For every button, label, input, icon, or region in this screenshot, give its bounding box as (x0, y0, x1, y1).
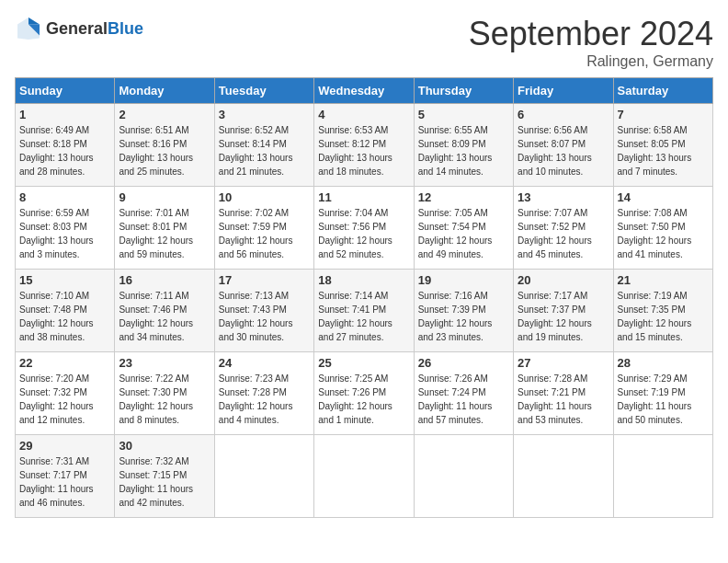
day-info: Sunrise: 6:56 AM Sunset: 8:07 PM Dayligh… (518, 123, 609, 178)
day-number: 23 (119, 356, 210, 370)
logo: GeneralBlue (15, 15, 143, 42)
day-number: 27 (518, 356, 609, 370)
day-number: 24 (219, 356, 310, 370)
day-info: Sunrise: 7:13 AM Sunset: 7:43 PM Dayligh… (219, 289, 310, 344)
logo-blue: Blue (108, 19, 143, 38)
day-number: 14 (618, 190, 709, 204)
day-info: Sunrise: 7:16 AM Sunset: 7:39 PM Dayligh… (418, 289, 509, 344)
day-info: Sunrise: 7:32 AM Sunset: 7:15 PM Dayligh… (119, 454, 210, 510)
day-number: 13 (518, 190, 609, 204)
day-number: 12 (418, 190, 509, 204)
calendar-cell (314, 435, 414, 518)
day-info: Sunrise: 6:51 AM Sunset: 8:16 PM Dayligh… (119, 123, 210, 178)
calendar-week-row: 22Sunrise: 7:20 AM Sunset: 7:32 PM Dayli… (16, 352, 713, 435)
day-info: Sunrise: 6:59 AM Sunset: 8:03 PM Dayligh… (19, 206, 110, 261)
day-number: 7 (618, 108, 709, 121)
day-info: Sunrise: 7:26 AM Sunset: 7:24 PM Dayligh… (418, 372, 509, 427)
calendar-cell: 5Sunrise: 6:55 AM Sunset: 8:09 PM Daylig… (414, 104, 513, 187)
day-number: 18 (318, 273, 409, 287)
calendar-cell: 17Sunrise: 7:13 AM Sunset: 7:43 PM Dayli… (214, 270, 313, 352)
day-number: 17 (219, 273, 310, 287)
calendar-week-row: 15Sunrise: 7:10 AM Sunset: 7:48 PM Dayli… (16, 270, 713, 352)
calendar-cell: 27Sunrise: 7:28 AM Sunset: 7:21 PM Dayli… (514, 352, 613, 435)
calendar-week-row: 29Sunrise: 7:31 AM Sunset: 7:17 PM Dayli… (16, 435, 713, 518)
day-info: Sunrise: 7:07 AM Sunset: 7:52 PM Dayligh… (518, 206, 609, 261)
day-info: Sunrise: 7:04 AM Sunset: 7:56 PM Dayligh… (318, 206, 409, 261)
day-number: 20 (518, 273, 609, 287)
day-number: 15 (19, 273, 110, 287)
day-info: Sunrise: 6:53 AM Sunset: 8:12 PM Dayligh… (318, 123, 409, 178)
day-info: Sunrise: 7:31 AM Sunset: 7:17 PM Dayligh… (19, 454, 110, 510)
title-block: September 2024 Ralingen, Germany (469, 15, 713, 70)
calendar-cell (613, 435, 712, 518)
calendar-cell: 7Sunrise: 6:58 AM Sunset: 8:05 PM Daylig… (613, 104, 712, 187)
day-number: 16 (119, 273, 210, 287)
calendar-cell: 9Sunrise: 7:01 AM Sunset: 8:01 PM Daylig… (115, 187, 214, 270)
day-number: 10 (219, 190, 310, 204)
day-info: Sunrise: 7:08 AM Sunset: 7:50 PM Dayligh… (618, 206, 709, 261)
logo-icon (15, 15, 42, 42)
calendar-cell: 23Sunrise: 7:22 AM Sunset: 7:30 PM Dayli… (115, 352, 214, 435)
calendar-week-row: 8Sunrise: 6:59 AM Sunset: 8:03 PM Daylig… (16, 187, 713, 270)
day-info: Sunrise: 7:20 AM Sunset: 7:32 PM Dayligh… (19, 372, 110, 427)
calendar-cell: 3Sunrise: 6:52 AM Sunset: 8:14 PM Daylig… (214, 104, 313, 187)
weekday-header: Wednesday (314, 78, 414, 104)
day-info: Sunrise: 7:19 AM Sunset: 7:35 PM Dayligh… (618, 289, 709, 344)
calendar: SundayMondayTuesdayWednesdayThursdayFrid… (15, 77, 713, 518)
calendar-cell: 28Sunrise: 7:29 AM Sunset: 7:19 PM Dayli… (613, 352, 712, 435)
weekday-header-row: SundayMondayTuesdayWednesdayThursdayFrid… (16, 78, 713, 104)
day-info: Sunrise: 7:25 AM Sunset: 7:26 PM Dayligh… (318, 372, 409, 427)
calendar-cell: 26Sunrise: 7:26 AM Sunset: 7:24 PM Dayli… (414, 352, 513, 435)
day-info: Sunrise: 7:11 AM Sunset: 7:46 PM Dayligh… (119, 289, 210, 344)
calendar-cell: 10Sunrise: 7:02 AM Sunset: 7:59 PM Dayli… (214, 187, 313, 270)
day-info: Sunrise: 6:55 AM Sunset: 8:09 PM Dayligh… (418, 123, 509, 178)
day-number: 21 (618, 273, 709, 287)
calendar-cell: 22Sunrise: 7:20 AM Sunset: 7:32 PM Dayli… (16, 352, 115, 435)
day-number: 11 (318, 190, 409, 204)
weekday-header: Sunday (16, 78, 115, 104)
day-number: 19 (418, 273, 509, 287)
day-number: 1 (19, 108, 110, 121)
day-info: Sunrise: 7:01 AM Sunset: 8:01 PM Dayligh… (119, 206, 210, 261)
calendar-cell: 6Sunrise: 6:56 AM Sunset: 8:07 PM Daylig… (514, 104, 613, 187)
day-number: 9 (119, 190, 210, 204)
day-info: Sunrise: 7:17 AM Sunset: 7:37 PM Dayligh… (518, 289, 609, 344)
day-number: 28 (618, 356, 709, 370)
day-info: Sunrise: 7:02 AM Sunset: 7:59 PM Dayligh… (219, 206, 310, 261)
day-info: Sunrise: 6:58 AM Sunset: 8:05 PM Dayligh… (618, 123, 709, 178)
calendar-cell: 19Sunrise: 7:16 AM Sunset: 7:39 PM Dayli… (414, 270, 513, 352)
calendar-cell: 16Sunrise: 7:11 AM Sunset: 7:46 PM Dayli… (115, 270, 214, 352)
calendar-cell: 24Sunrise: 7:23 AM Sunset: 7:28 PM Dayli… (214, 352, 313, 435)
calendar-cell: 21Sunrise: 7:19 AM Sunset: 7:35 PM Dayli… (613, 270, 712, 352)
day-number: 25 (318, 356, 409, 370)
calendar-cell: 29Sunrise: 7:31 AM Sunset: 7:17 PM Dayli… (16, 435, 115, 518)
calendar-cell: 4Sunrise: 6:53 AM Sunset: 8:12 PM Daylig… (314, 104, 414, 187)
weekday-header: Thursday (414, 78, 513, 104)
day-number: 5 (418, 108, 509, 121)
month-title: September 2024 (469, 15, 713, 53)
calendar-cell: 1Sunrise: 6:49 AM Sunset: 8:18 PM Daylig… (16, 104, 115, 187)
day-number: 29 (19, 439, 110, 453)
day-info: Sunrise: 6:49 AM Sunset: 8:18 PM Dayligh… (19, 123, 110, 178)
calendar-cell: 12Sunrise: 7:05 AM Sunset: 7:54 PM Dayli… (414, 187, 513, 270)
calendar-cell: 25Sunrise: 7:25 AM Sunset: 7:26 PM Dayli… (314, 352, 414, 435)
weekday-header: Saturday (613, 78, 712, 104)
logo-text: GeneralBlue (46, 19, 143, 39)
calendar-cell: 8Sunrise: 6:59 AM Sunset: 8:03 PM Daylig… (16, 187, 115, 270)
calendar-cell: 14Sunrise: 7:08 AM Sunset: 7:50 PM Dayli… (613, 187, 712, 270)
day-info: Sunrise: 7:14 AM Sunset: 7:41 PM Dayligh… (318, 289, 409, 344)
calendar-cell (214, 435, 313, 518)
day-number: 2 (119, 108, 210, 121)
calendar-cell: 13Sunrise: 7:07 AM Sunset: 7:52 PM Dayli… (514, 187, 613, 270)
day-info: Sunrise: 7:28 AM Sunset: 7:21 PM Dayligh… (518, 372, 609, 427)
calendar-week-row: 1Sunrise: 6:49 AM Sunset: 8:18 PM Daylig… (16, 104, 713, 187)
day-info: Sunrise: 7:10 AM Sunset: 7:48 PM Dayligh… (19, 289, 110, 344)
day-number: 6 (518, 108, 609, 121)
calendar-cell: 18Sunrise: 7:14 AM Sunset: 7:41 PM Dayli… (314, 270, 414, 352)
calendar-cell: 30Sunrise: 7:32 AM Sunset: 7:15 PM Dayli… (115, 435, 214, 518)
calendar-cell: 2Sunrise: 6:51 AM Sunset: 8:16 PM Daylig… (115, 104, 214, 187)
weekday-header: Friday (514, 78, 613, 104)
calendar-cell: 11Sunrise: 7:04 AM Sunset: 7:56 PM Dayli… (314, 187, 414, 270)
calendar-cell (414, 435, 513, 518)
day-number: 26 (418, 356, 509, 370)
